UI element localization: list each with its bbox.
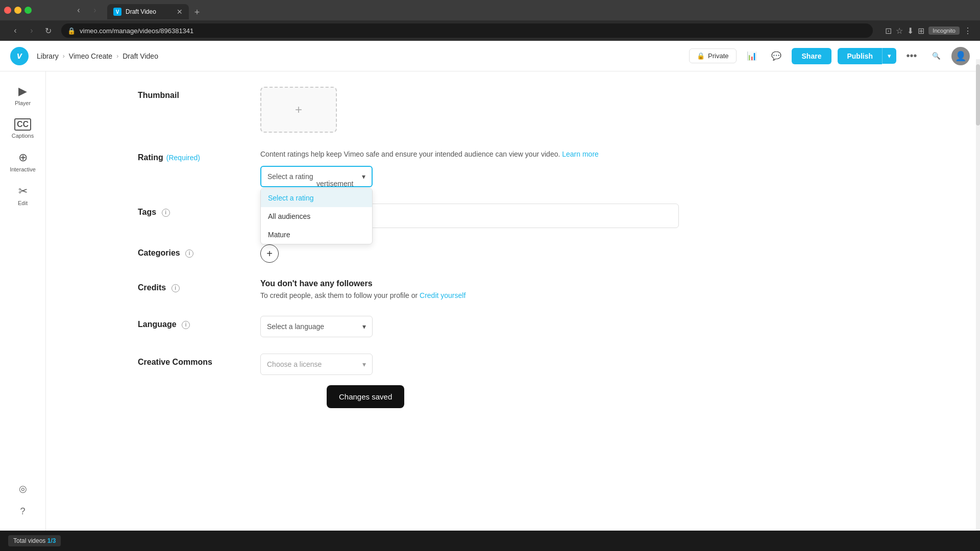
- language-dropdown-arrow: ▾: [362, 322, 366, 331]
- more-options-button[interactable]: •••: [902, 47, 921, 65]
- address-text: vimeo.com/manage/videos/896381341: [80, 27, 867, 35]
- nav-back-button[interactable]: ‹: [71, 3, 86, 17]
- breadcrumb-library[interactable]: Library: [37, 52, 59, 60]
- chat-button[interactable]: 💬: [767, 47, 786, 65]
- window-close-button[interactable]: [4, 7, 11, 14]
- publish-button-group: Publish ▾: [838, 48, 896, 64]
- total-videos-badge: Total videos 1/3: [8, 535, 61, 546]
- bookmark-icon[interactable]: ☆: [896, 26, 903, 36]
- breadcrumb: Library › Vimeo Create › Draft Video: [37, 52, 158, 60]
- tags-info-icon[interactable]: i: [162, 209, 170, 217]
- breadcrumb-sep2: ›: [116, 53, 118, 60]
- publish-dropdown-button[interactable]: ▾: [882, 48, 896, 64]
- categories-info-icon[interactable]: i: [185, 249, 193, 258]
- search-button[interactable]: 🔍: [927, 47, 945, 65]
- sidebar-label-interactive: Interactive: [10, 166, 36, 172]
- sidebar-bottom: ◎ ?: [14, 475, 32, 524]
- credit-yourself-link[interactable]: Credit yourself: [420, 291, 465, 299]
- language-placeholder: Select a language: [267, 322, 324, 331]
- license-dropdown-arrow: ▾: [362, 360, 366, 368]
- rating-option-select[interactable]: Select a rating: [261, 189, 372, 207]
- credits-content: You don't have any followers To credit p…: [260, 279, 949, 299]
- content-area: Thumbnail + Rating(Required) Content rat…: [46, 71, 980, 533]
- thumbnail-content: +: [260, 87, 949, 133]
- header-actions: 🔒 Private 📊 💬 Share Publish ▾ ••• 🔍 👤: [689, 47, 970, 65]
- rating-label: Rating(Required): [138, 149, 240, 162]
- sidebar-item-player[interactable]: ▶ Player: [3, 80, 43, 111]
- player-icon: ▶: [18, 85, 27, 98]
- language-label: Language i: [138, 316, 240, 329]
- browser-tab-active[interactable]: V Draft Video ✕: [107, 4, 189, 19]
- edit-icon: ✂: [18, 185, 28, 198]
- main-layout: ▶ Player CC Captions ⊕ Interactive ✂ Edi…: [0, 71, 980, 533]
- publish-main-button[interactable]: Publish: [838, 48, 882, 64]
- sidebar-item-interactive[interactable]: ⊕ Interactive: [3, 146, 43, 178]
- share-button[interactable]: Share: [792, 48, 832, 64]
- total-videos-label: Total videos: [13, 537, 45, 544]
- rating-dropdown-menu: Select a rating All audiences Mature: [260, 188, 373, 244]
- interactive-icon: ⊕: [18, 151, 28, 164]
- sidebar-item-captions[interactable]: CC Captions: [3, 113, 43, 144]
- rating-dropdown-wrapper: Select a rating ▾ Select a rating All au…: [260, 166, 373, 187]
- language-dropdown[interactable]: Select a language ▾: [260, 316, 373, 337]
- tags-label: Tags i: [138, 204, 240, 217]
- address-bar[interactable]: 🔒 vimeo.com/manage/videos/896381341: [61, 23, 873, 38]
- rating-content: Content ratings help keep Vimeo safe and…: [260, 149, 949, 187]
- credits-subtitle: To credit people, ask them to follow you…: [260, 291, 949, 299]
- learn-more-link[interactable]: Learn more: [562, 150, 599, 158]
- changes-saved-toast: Changes saved: [327, 385, 404, 408]
- analytics-button[interactable]: 📊: [743, 47, 761, 65]
- address-refresh-button[interactable]: ↻: [41, 23, 55, 38]
- help-button[interactable]: ?: [14, 502, 32, 520]
- user-avatar[interactable]: 👤: [951, 47, 970, 65]
- nav-forward-button[interactable]: ›: [88, 3, 102, 17]
- window-maximize-button[interactable]: [24, 7, 32, 14]
- credits-title: You don't have any followers: [260, 279, 949, 288]
- sidebar-item-edit[interactable]: ✂ Edit: [3, 180, 43, 211]
- tab-title: Draft Video: [126, 8, 156, 15]
- total-videos-count: 1/3: [47, 537, 56, 544]
- rating-option-all[interactable]: All audiences: [261, 207, 372, 226]
- lock-icon: 🔒: [697, 52, 705, 60]
- language-info-icon[interactable]: i: [182, 321, 190, 329]
- dropdown-arrow-icon: ▾: [362, 172, 365, 181]
- thumbnail-add-button[interactable]: +: [260, 87, 337, 133]
- rating-option-mature[interactable]: Mature: [261, 226, 372, 244]
- cast-icon: ⊡: [885, 26, 892, 36]
- profile-icon[interactable]: ⊞: [918, 26, 924, 36]
- tags-section: Tags i: [138, 204, 949, 228]
- credits-info-icon[interactable]: i: [172, 284, 180, 292]
- language-section: Language i Select a language ▾: [138, 316, 949, 337]
- new-tab-button[interactable]: +: [190, 5, 204, 19]
- breadcrumb-current: Draft Video: [122, 52, 158, 60]
- sidebar-label-captions: Captions: [12, 133, 34, 139]
- rating-dropdown[interactable]: Select a rating ▾: [260, 166, 373, 187]
- window-minimize-button[interactable]: [14, 7, 21, 14]
- compass-button[interactable]: ◎: [14, 480, 32, 498]
- vimeo-logo[interactable]: v: [10, 47, 29, 65]
- bottom-bar: Total videos 1/3: [0, 531, 980, 551]
- categories-add-button[interactable]: +: [260, 244, 279, 263]
- rating-info-text: Content ratings help keep Vimeo safe and…: [260, 149, 949, 160]
- creative-commons-label: Creative Commons: [138, 354, 240, 367]
- menu-icon[interactable]: ⋮: [964, 26, 972, 36]
- private-button[interactable]: 🔒 Private: [689, 48, 736, 63]
- breadcrumb-sep1: ›: [63, 53, 65, 60]
- sidebar-label-edit: Edit: [18, 200, 28, 206]
- categories-label: Categories i: [138, 244, 240, 258]
- tab-close-button[interactable]: ✕: [177, 8, 183, 16]
- sidebar-label-player: Player: [15, 100, 31, 106]
- tab-favicon: V: [113, 8, 121, 16]
- scrollbar-track: [976, 71, 980, 533]
- rating-selected-value: Select a rating: [267, 172, 313, 181]
- breadcrumb-vimeo-create[interactable]: Vimeo Create: [69, 52, 112, 60]
- thumbnail-add-icon: +: [295, 103, 302, 117]
- license-dropdown[interactable]: Choose a license ▾: [260, 354, 373, 375]
- address-back-button[interactable]: ‹: [8, 23, 22, 38]
- sidebar: ▶ Player CC Captions ⊕ Interactive ✂ Edi…: [0, 71, 46, 533]
- credits-section: Credits i You don't have any followers T…: [138, 279, 949, 299]
- download-icon[interactable]: ⬇: [907, 26, 914, 36]
- address-forward-button[interactable]: ›: [24, 23, 39, 38]
- private-label: Private: [708, 52, 728, 60]
- scrollbar-thumb[interactable]: [976, 71, 980, 126]
